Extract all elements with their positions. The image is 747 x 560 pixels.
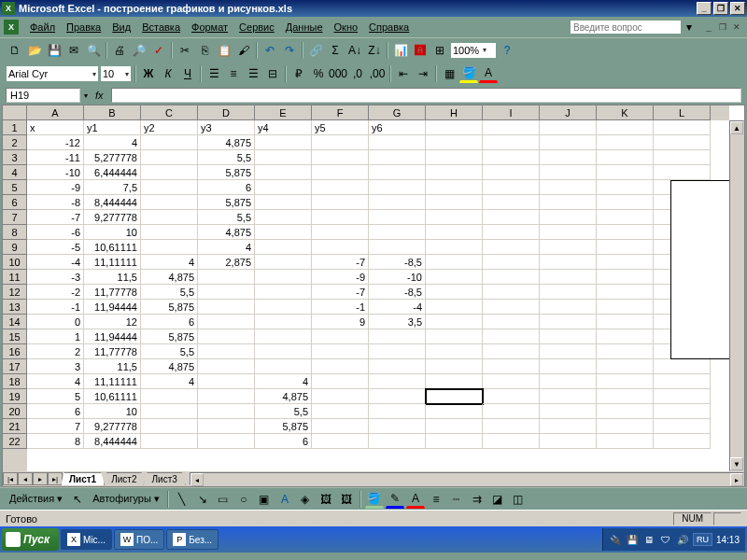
paste-button[interactable]: 📋 (215, 41, 233, 60)
row-header-15[interactable]: 15 (3, 329, 27, 344)
bold-button[interactable]: Ж (139, 64, 158, 83)
col-header-G[interactable]: G (369, 105, 426, 120)
save-button[interactable]: 💾 (45, 41, 63, 60)
scroll-down-arrow[interactable]: ▼ (730, 457, 743, 470)
cell-E11[interactable] (255, 270, 312, 285)
col-header-C[interactable]: C (141, 105, 198, 120)
cell-E22[interactable]: 6 (255, 434, 312, 449)
cell-E3[interactable] (255, 150, 312, 165)
cell-A9[interactable]: -5 (27, 240, 84, 255)
cell-I16[interactable] (483, 344, 540, 359)
cell-C18[interactable]: 4 (141, 374, 198, 389)
cell-E2[interactable] (255, 135, 312, 150)
cell-D10[interactable]: 2,875 (198, 255, 255, 270)
cell-F21[interactable] (312, 419, 369, 434)
cell-C20[interactable] (141, 404, 198, 419)
cell-A20[interactable]: 6 (27, 404, 84, 419)
cell-I10[interactable] (483, 255, 540, 270)
cell-F10[interactable]: -7 (312, 255, 369, 270)
font-combo[interactable]: Arial Cyr▾ (6, 65, 99, 82)
cell-I8[interactable] (483, 225, 540, 240)
row-header-13[interactable]: 13 (3, 300, 27, 315)
cell-G14[interactable]: 3,5 (369, 315, 426, 329)
cell-L21[interactable] (654, 419, 711, 434)
redo-button[interactable]: ↷ (280, 41, 299, 60)
cell-K1[interactable] (597, 120, 654, 135)
cell-K4[interactable] (597, 165, 654, 180)
cell-K18[interactable] (597, 374, 654, 389)
cell-I14[interactable] (483, 315, 540, 329)
cell-H6[interactable] (426, 195, 483, 210)
menu-файл[interactable]: Файл (24, 20, 61, 35)
decrease-indent-button[interactable]: ⇤ (394, 64, 413, 83)
cell-A10[interactable]: -4 (27, 255, 84, 270)
cell-J20[interactable] (540, 404, 597, 419)
align-right-button[interactable]: ☰ (244, 64, 262, 83)
scroll-up-arrow[interactable]: ▲ (730, 121, 743, 134)
cell-H1[interactable] (426, 120, 483, 135)
cell-B21[interactable]: 9,277778 (84, 419, 141, 434)
cell-H15[interactable] (426, 329, 483, 344)
cell-B7[interactable]: 9,277778 (84, 210, 141, 225)
cell-C7[interactable] (141, 210, 198, 225)
autosum-button[interactable]: Σ (326, 41, 345, 60)
cells-area[interactable]: xy1y2y3y4y5y6-1244,875-115,2777785,5-106… (27, 120, 729, 471)
fill-color-button[interactable]: 🪣 (459, 64, 478, 83)
cell-I9[interactable] (483, 240, 540, 255)
cell-C12[interactable]: 5,5 (141, 285, 198, 300)
col-header-A[interactable]: A (27, 105, 84, 120)
cell-E8[interactable] (255, 225, 312, 240)
cell-A12[interactable]: -2 (27, 285, 84, 300)
cell-G4[interactable] (369, 165, 426, 180)
sort-asc-button[interactable]: A↓ (345, 41, 364, 60)
cell-G6[interactable] (369, 195, 426, 210)
col-header-B[interactable]: B (84, 105, 141, 120)
cell-C3[interactable] (141, 150, 198, 165)
cell-K20[interactable] (597, 404, 654, 419)
cell-E1[interactable]: y4 (255, 120, 312, 135)
cell-G11[interactable]: -10 (369, 270, 426, 285)
close-button[interactable]: ✕ (730, 2, 745, 15)
align-left-button[interactable]: ☰ (204, 64, 223, 83)
cell-J15[interactable] (540, 329, 597, 344)
menu-правка[interactable]: Правка (61, 20, 106, 35)
cell-I2[interactable] (483, 135, 540, 150)
cell-C19[interactable] (141, 389, 198, 404)
cell-B19[interactable]: 10,61111 (84, 389, 141, 404)
cell-I20[interactable] (483, 404, 540, 419)
align-center-button[interactable]: ≡ (224, 64, 243, 83)
row-header-9[interactable]: 9 (3, 240, 27, 255)
cell-D1[interactable]: y3 (198, 120, 255, 135)
cell-D13[interactable] (198, 300, 255, 315)
tab-prev-button[interactable]: ◂ (18, 472, 33, 485)
cell-H5[interactable] (426, 180, 483, 195)
cell-I7[interactable] (483, 210, 540, 225)
picture-tool[interactable]: 🖼 (337, 490, 356, 509)
cell-E6[interactable] (255, 195, 312, 210)
cell-D3[interactable]: 5,5 (198, 150, 255, 165)
cell-K19[interactable] (597, 389, 654, 404)
cell-F4[interactable] (312, 165, 369, 180)
cell-G9[interactable] (369, 240, 426, 255)
cell-D15[interactable] (198, 329, 255, 344)
borders-button[interactable]: ▦ (440, 64, 458, 83)
cell-H19[interactable] (426, 389, 483, 404)
cell-B14[interactable]: 12 (84, 315, 141, 329)
cell-J12[interactable] (540, 285, 597, 300)
cell-J7[interactable] (540, 210, 597, 225)
dash-style-button[interactable]: ┄ (447, 490, 466, 509)
cell-G16[interactable] (369, 344, 426, 359)
col-header-H[interactable]: H (426, 105, 483, 120)
menu-сервис[interactable]: Сервис (233, 20, 280, 35)
cell-K10[interactable] (597, 255, 654, 270)
cell-C13[interactable]: 5,875 (141, 300, 198, 315)
font-color-button[interactable]: A (479, 64, 498, 83)
cell-B1[interactable]: y1 (84, 120, 141, 135)
cell-K2[interactable] (597, 135, 654, 150)
cell-K8[interactable] (597, 225, 654, 240)
cell-I6[interactable] (483, 195, 540, 210)
cell-I11[interactable] (483, 270, 540, 285)
horizontal-scrollbar[interactable]: ◂ ▸ (190, 472, 744, 485)
cell-C16[interactable]: 5,5 (141, 344, 198, 359)
cell-G3[interactable] (369, 150, 426, 165)
